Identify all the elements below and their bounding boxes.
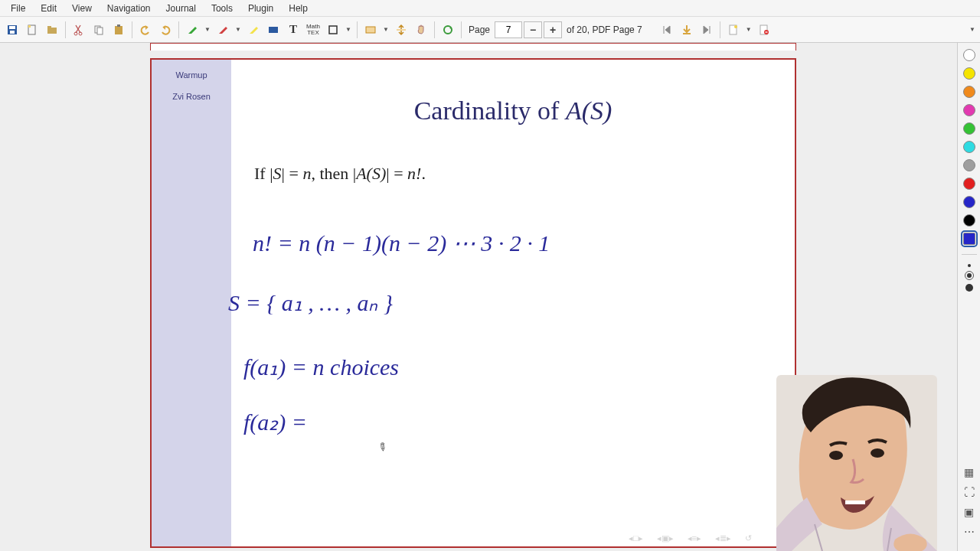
slide-body-text: If |S| = n, then |A(S)| = n!. <box>254 164 776 184</box>
prev-page-peek <box>150 43 796 51</box>
page-bg-dropdown[interactable]: ▼ <box>744 26 753 33</box>
page-label: Page <box>469 24 490 35</box>
separator <box>178 21 179 38</box>
page-plus-button[interactable]: + <box>544 21 562 38</box>
svg-rect-25 <box>845 500 865 504</box>
menu-help[interactable]: Help <box>281 2 315 15</box>
page-minus-button[interactable]: − <box>524 21 542 38</box>
color-blue[interactable] <box>963 196 975 208</box>
fullscreen-icon[interactable]: ⛶ <box>962 485 976 499</box>
stroke-thin[interactable] <box>968 264 971 267</box>
fill-tool[interactable] <box>264 21 283 39</box>
last-page-button[interactable] <box>697 21 716 39</box>
more-icon[interactable]: ⋯ <box>962 525 976 539</box>
svg-rect-1 <box>9 26 15 29</box>
handwriting-line-4: f(a₂) = <box>243 409 307 435</box>
svg-rect-12 <box>269 27 278 33</box>
svg-rect-11 <box>117 24 120 27</box>
shape-tool[interactable] <box>324 21 342 39</box>
separator <box>357 21 358 38</box>
save-button[interactable] <box>3 21 21 39</box>
eraser-tool[interactable] <box>214 21 232 39</box>
color-red[interactable] <box>963 178 975 190</box>
separator <box>132 21 132 38</box>
svg-rect-13 <box>329 26 337 34</box>
refresh-button[interactable] <box>439 21 457 39</box>
color-yellow[interactable] <box>963 67 975 80</box>
menu-file[interactable]: File <box>3 2 33 15</box>
handwriting-line-3: f(a₁) = n choices <box>243 354 399 380</box>
copy-button[interactable] <box>90 21 108 39</box>
color-gray[interactable] <box>963 159 975 171</box>
paste-button[interactable] <box>109 21 128 39</box>
color-green[interactable] <box>963 122 975 135</box>
color-white[interactable] <box>963 49 975 61</box>
page-number-input[interactable] <box>495 21 522 38</box>
svg-rect-2 <box>10 31 15 34</box>
color-palette: ▦ ⛶ ▣ ⋯ <box>957 43 980 551</box>
shape-dropdown[interactable]: ▼ <box>344 26 353 33</box>
stroke-thick[interactable] <box>965 284 973 292</box>
page-total-label: of 20, PDF Page 7 <box>567 24 642 35</box>
webcam-overlay <box>776 375 937 551</box>
menu-plugin[interactable]: Plugin <box>240 2 281 15</box>
first-page-button[interactable] <box>658 21 676 39</box>
pen-cursor-icon: ✎ <box>375 439 390 455</box>
separator <box>65 21 66 38</box>
separator <box>461 21 462 38</box>
slide-sidebar: Warmup Zvi Rosen <box>152 60 231 546</box>
cut-button[interactable] <box>70 21 88 39</box>
svg-point-23 <box>829 451 843 460</box>
svg-point-19 <box>734 25 737 28</box>
vertical-space-tool[interactable] <box>392 21 410 39</box>
undo-button[interactable] <box>136 21 155 39</box>
palette-separator <box>962 254 977 255</box>
slide-title: Cardinality of A(S) <box>250 96 776 126</box>
beamer-nav: ◂□▸◂▣▸◂≡▸◂≣▸↺ <box>629 533 752 543</box>
eraser-dropdown[interactable]: ▼ <box>234 26 243 33</box>
stroke-med[interactable] <box>967 273 972 278</box>
svg-rect-9 <box>97 28 103 34</box>
separator <box>720 21 720 38</box>
color-selected[interactable] <box>963 233 975 245</box>
open-button[interactable] <box>43 21 61 39</box>
menu-view[interactable]: View <box>64 2 100 15</box>
toolbar-overflow[interactable]: ▼ <box>968 26 977 33</box>
pen-tool[interactable] <box>183 21 201 39</box>
delete-page-button[interactable] <box>755 21 773 39</box>
svg-rect-5 <box>47 26 51 28</box>
svg-rect-10 <box>115 26 122 34</box>
new-page-button[interactable] <box>23 21 41 39</box>
color-orange[interactable] <box>963 86 975 98</box>
menu-navigation[interactable]: Navigation <box>100 2 158 15</box>
color-black[interactable] <box>963 214 975 227</box>
pen-dropdown[interactable]: ▼ <box>203 26 212 33</box>
layer-icon[interactable]: ▣ <box>962 505 976 519</box>
color-magenta[interactable] <box>963 104 975 116</box>
svg-rect-14 <box>366 27 375 33</box>
handwriting-line-2: S = { a₁ , … , aₙ } <box>228 289 393 316</box>
select-rect-tool[interactable] <box>361 21 380 39</box>
pdf-page[interactable]: Warmup Zvi Rosen Cardinality of A(S) If … <box>150 58 796 548</box>
prev-annotated-button[interactable] <box>678 21 696 39</box>
math-tool[interactable]: MathTEX <box>304 21 322 39</box>
hand-tool[interactable] <box>412 21 430 39</box>
grid-icon[interactable]: ▦ <box>962 465 976 479</box>
menu-journal[interactable]: Journal <box>158 2 204 15</box>
color-cyan[interactable] <box>963 141 975 153</box>
svg-rect-17 <box>683 33 691 34</box>
menu-bar: File Edit View Navigation Journal Tools … <box>0 0 980 17</box>
text-tool[interactable]: T <box>284 21 302 39</box>
select-dropdown[interactable]: ▼ <box>381 26 390 33</box>
workspace: Warmup Zvi Rosen Cardinality of A(S) If … <box>0 43 980 551</box>
page-background-button[interactable] <box>724 21 743 39</box>
menu-edit[interactable]: Edit <box>33 2 64 15</box>
svg-point-24 <box>871 448 884 458</box>
highlighter-tool[interactable] <box>244 21 263 39</box>
handwriting-line-1: n! = n (n − 1)(n − 2) ⋯ 3 · 2 · 1 <box>253 230 550 256</box>
menu-tools[interactable]: Tools <box>204 2 240 15</box>
slide-content: Cardinality of A(S) If |S| = n, then |A(… <box>231 60 795 546</box>
redo-button[interactable] <box>156 21 175 39</box>
sidebar-title: Warmup <box>175 70 207 80</box>
svg-rect-4 <box>47 28 57 34</box>
